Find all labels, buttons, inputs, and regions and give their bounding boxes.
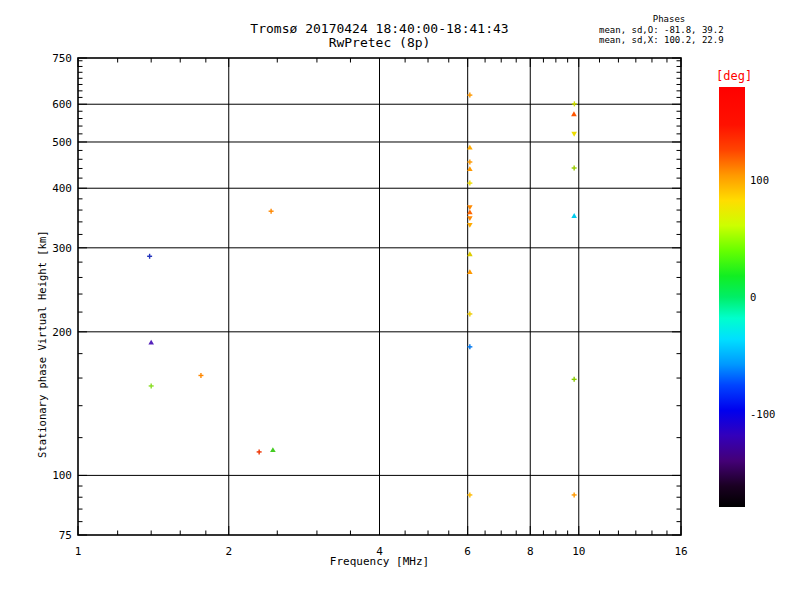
ionogram-page: Tromsø 20170424 18:40:00-18:41:43 RwPret… [0, 0, 800, 600]
data-point [571, 132, 577, 137]
data-point [198, 373, 203, 378]
colorbar-tick-label: -100 [750, 408, 775, 420]
y-tick-label: 75 [59, 529, 72, 542]
marker-triangle-up-icon [148, 340, 154, 345]
y-tick-label: 600 [52, 98, 72, 111]
x-tick-label: 2 [225, 545, 232, 558]
colorbar-tick-label: 100 [750, 174, 769, 186]
data-point [270, 447, 276, 452]
x-tick-label: 8 [527, 545, 534, 558]
data-point [148, 340, 154, 345]
marker-triangle-down-icon [571, 132, 577, 137]
data-point [572, 166, 577, 171]
data-point [572, 492, 577, 497]
marker-triangle-up-icon [571, 213, 577, 218]
y-tick-label: 300 [52, 242, 72, 255]
x-tick-label: 6 [464, 545, 471, 558]
y-tick-label: 200 [52, 326, 72, 339]
data-point [571, 213, 577, 218]
data-point [257, 449, 262, 454]
data-point [149, 383, 154, 388]
data-point [269, 209, 274, 214]
data-point [571, 111, 577, 116]
marker-triangle-up-icon [571, 111, 577, 116]
y-tick-label: 500 [52, 136, 72, 149]
x-tick-label: 16 [674, 545, 687, 558]
data-point [572, 377, 577, 382]
x-tick-label: 10 [572, 545, 585, 558]
y-tick-label: 400 [52, 182, 72, 195]
y-tick-label: 100 [52, 469, 72, 482]
x-tick-label: 4 [376, 545, 383, 558]
plot-canvas: 124681016751002003004005006007501000-100 [0, 0, 800, 600]
data-point [147, 254, 152, 259]
data-point [572, 101, 577, 106]
y-tick-label: 750 [52, 52, 72, 65]
marker-triangle-up-icon [270, 447, 276, 452]
colorbar-tick-label: 0 [750, 291, 756, 303]
x-tick-label: 1 [75, 545, 82, 558]
colorbar [719, 87, 745, 507]
